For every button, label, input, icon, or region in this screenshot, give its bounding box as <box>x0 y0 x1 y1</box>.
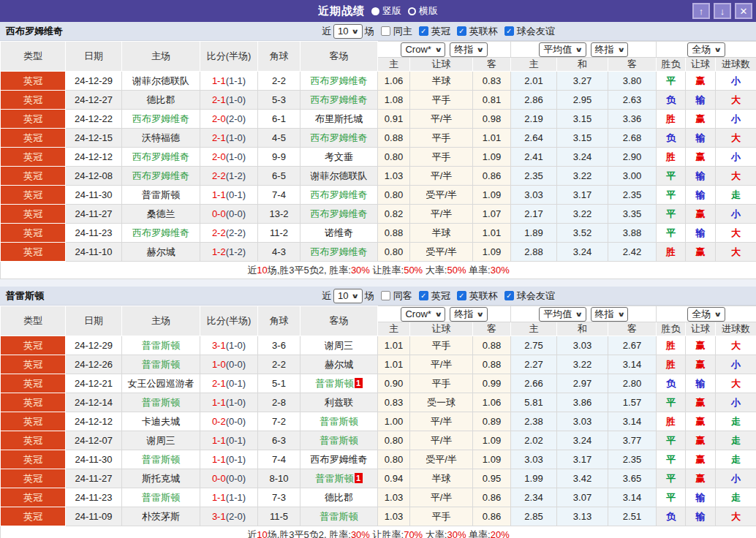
col-odds-handicap: 让球 <box>410 58 473 72</box>
same-venue-checkbox[interactable] <box>381 291 390 300</box>
layout-horizontal-radio[interactable]: 横版 <box>408 4 438 18</box>
match-row: 英冠24-12-22西布罗姆维奇2-0(2-0)6-1布里斯托城0.91平/半0… <box>1 110 756 129</box>
final-odds-select2[interactable]: 终指∨ <box>591 42 628 57</box>
result-goals-cell: 大 <box>716 336 756 355</box>
team-name[interactable]: 普雷斯顿 <box>142 189 180 200</box>
handicap-line-cell: 平/半 <box>410 412 473 431</box>
final-odds-select[interactable]: 终指∨ <box>450 307 487 322</box>
chevron-down-icon: ∨ <box>476 311 484 318</box>
team-name[interactable]: 斯托克城 <box>142 473 180 484</box>
team-name[interactable]: 西布罗姆维奇 <box>311 189 368 200</box>
result-goals-cell: 走 <box>716 450 756 469</box>
league-checkbox[interactable]: ✓ <box>419 26 428 36</box>
team-name[interactable]: 普雷斯顿 <box>142 397 180 408</box>
avg-draw-odds-cell: 3.42 <box>557 469 608 488</box>
avg-home-odds-cell: 2.86 <box>511 91 557 110</box>
match-count-select[interactable]: 10 ∨ <box>333 289 363 303</box>
halftime-score: (0-0) <box>226 473 246 484</box>
avg-home-odds-cell: 2.35 <box>511 167 557 186</box>
near-label: 近 <box>322 289 331 303</box>
handicap-away-odds-cell: 1.09 <box>473 450 511 469</box>
result-handicap-cell: 输 <box>686 374 716 393</box>
handicap-home-odds-cell: 1.06 <box>378 72 410 91</box>
team-name[interactable]: 普雷斯顿 <box>142 359 180 370</box>
team-name[interactable]: 谢菲尔德联队 <box>311 170 368 181</box>
red-card-badge: 1 <box>355 473 363 483</box>
fulltime-select[interactable]: 全场∨ <box>687 42 725 57</box>
team-name[interactable]: 德比郡 <box>325 492 353 503</box>
team-name[interactable]: 普雷斯顿 <box>142 340 180 351</box>
team-name[interactable]: 桑德兰 <box>147 208 175 219</box>
close-icon: ✕ <box>740 7 748 16</box>
league-checkbox[interactable]: ✓ <box>419 291 428 300</box>
team-name[interactable]: 西布罗姆维奇 <box>311 75 368 86</box>
close-button[interactable]: ✕ <box>735 3 752 19</box>
team-name[interactable]: 沃特福德 <box>142 132 180 143</box>
move-down-button[interactable]: ↓ <box>714 3 731 19</box>
team-name[interactable]: 利兹联 <box>325 397 353 408</box>
away-team-cell: 普雷斯顿1 <box>300 374 378 393</box>
result-handicap-cell: 赢 <box>686 469 716 488</box>
near-label: 近 <box>322 25 331 38</box>
friendly-checkbox[interactable]: ✓ <box>504 291 514 300</box>
away-team-cell: 赫尔城 <box>300 355 378 374</box>
team-name[interactable]: 西布罗姆维奇 <box>132 170 189 181</box>
team-name[interactable]: 普雷斯顿 <box>320 511 358 522</box>
team-name[interactable]: 西布罗姆维奇 <box>132 227 189 238</box>
team-name[interactable]: 卡迪夫城 <box>142 416 180 427</box>
team-name[interactable]: 西布罗姆维奇 <box>311 208 368 219</box>
friendly-checkbox[interactable]: ✓ <box>504 26 514 36</box>
average-select[interactable]: 平均值∨ <box>539 307 586 322</box>
bookmaker-select[interactable]: Crow*∨ <box>401 42 445 57</box>
team-name[interactable]: 赫尔城 <box>147 246 175 257</box>
team-name[interactable]: 普雷斯顿 <box>320 435 358 446</box>
average-select[interactable]: 平均值∨ <box>539 42 586 57</box>
fulltime-score: 0-0 <box>212 473 226 484</box>
final-odds-select[interactable]: 终指∨ <box>450 42 487 57</box>
team-name[interactable]: 谢周三 <box>325 340 353 351</box>
team-name[interactable]: 西布罗姆维奇 <box>132 113 189 124</box>
team-name[interactable]: 诺维奇 <box>325 227 353 238</box>
match-count-select[interactable]: 10 ∨ <box>333 24 363 39</box>
team-name[interactable]: 普雷斯顿 <box>142 454 180 465</box>
up-arrow-icon: ↑ <box>699 7 704 16</box>
handicap-away-odds-cell: 0.88 <box>473 355 511 374</box>
final-odds-select2[interactable]: 终指∨ <box>591 307 628 322</box>
move-up-button[interactable]: ↑ <box>692 3 710 19</box>
avg-away-odds-cell: 3.00 <box>608 167 657 186</box>
fulltime-select[interactable]: 全场∨ <box>687 307 725 322</box>
same-venue-checkbox[interactable] <box>381 26 390 36</box>
team-name[interactable]: 普雷斯顿 <box>316 473 354 484</box>
handicap-away-odds-cell: 1.09 <box>473 431 511 450</box>
avg-away-odds-cell: 2.68 <box>608 129 657 148</box>
team-name[interactable]: 西布罗姆维奇 <box>311 454 368 465</box>
team-name[interactable]: 西布罗姆维奇 <box>311 94 368 105</box>
league-cup-checkbox[interactable]: ✓ <box>457 26 466 36</box>
team-name[interactable]: 西布罗姆维奇 <box>311 132 368 143</box>
bookmaker-select[interactable]: Crow*∨ <box>401 307 445 322</box>
summary-segment: 大率: <box>423 529 447 538</box>
team-name[interactable]: 普雷斯顿 <box>142 492 180 503</box>
team-name[interactable]: 考文垂 <box>325 151 353 162</box>
team-name[interactable]: 西布罗姆维奇 <box>132 151 189 162</box>
team-name[interactable]: 朴茨茅斯 <box>142 511 180 522</box>
team-name[interactable]: 女王公园巡游者 <box>128 378 194 389</box>
team-name[interactable]: 德比郡 <box>147 94 175 105</box>
handicap-line-cell: 平手 <box>410 129 473 148</box>
league-cup-checkbox[interactable]: ✓ <box>457 291 466 300</box>
team-name[interactable]: 布里斯托城 <box>315 113 363 124</box>
team-name[interactable]: 西布罗姆维奇 <box>311 246 368 257</box>
league-badge: 英冠 <box>1 355 66 374</box>
team-name[interactable]: 普雷斯顿 <box>320 416 358 427</box>
result-goals-cell: 大 <box>716 91 756 110</box>
result-goals-cell: 小 <box>716 72 756 91</box>
team-name[interactable]: 赫尔城 <box>325 359 353 370</box>
score-cell: 2-1(1-0) <box>200 91 258 110</box>
team-name[interactable]: 谢周三 <box>147 435 175 446</box>
fulltime-score: 1-1 <box>212 492 226 503</box>
team-name[interactable]: 谢菲尔德联队 <box>132 75 189 86</box>
halftime-score: (1-1) <box>226 75 246 86</box>
halftime-score: (1-0) <box>226 340 246 351</box>
layout-vertical-radio[interactable]: 竖版 <box>371 4 401 18</box>
team-name[interactable]: 普雷斯顿 <box>316 378 354 389</box>
